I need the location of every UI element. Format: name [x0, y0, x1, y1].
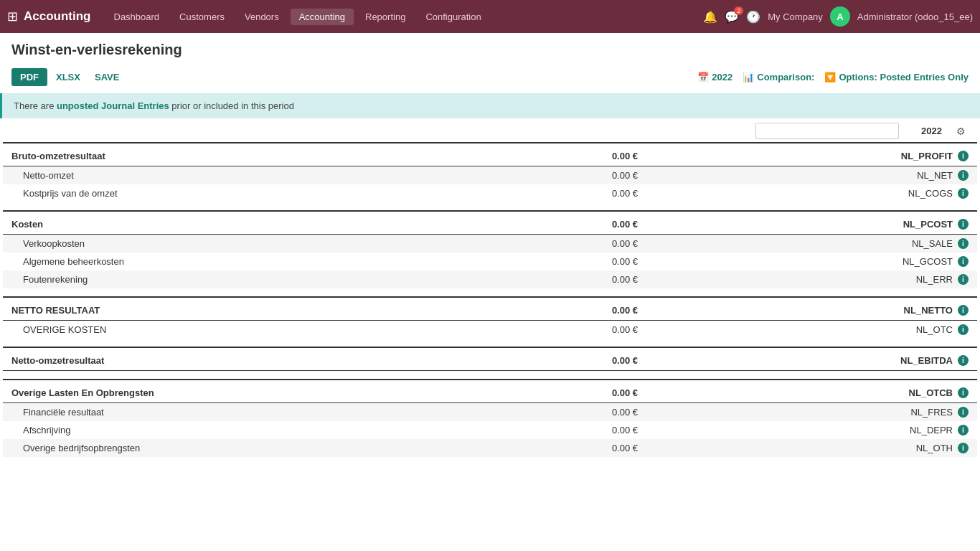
toolbar: PDF XLSX SAVE 📅 2022 📊 Comparison: 🔽 Opt… [0, 65, 980, 93]
row-amount: 0.00 € [560, 297, 646, 321]
alert-text-before: There are [14, 100, 57, 111]
row-label: Afschrijving [3, 421, 560, 439]
top-navigation: ⊞ Accounting Dashboard Customers Vendors… [0, 0, 980, 33]
row-label: Overige bedrijfsopbrengsten [3, 439, 560, 457]
info-icon[interactable]: i [958, 425, 969, 435]
info-icon[interactable]: i [958, 324, 969, 335]
table-row-group-netto-omzetresultaat: Netto-omzetresultaat 0.00 € NL_EBITDA i [3, 347, 977, 371]
menu-dashboard[interactable]: Dashboard [105, 9, 169, 25]
code-text: NL_NET [917, 170, 953, 181]
year-label: 2022 [712, 72, 732, 83]
alert-text-after: prior or included in this period [169, 100, 294, 111]
table-row-netto-omzet: Netto-omzet 0.00 € NL_NET i [3, 166, 977, 185]
page-title: Winst-en-verliesrekening [11, 42, 969, 58]
row-amount: 0.00 € [560, 402, 646, 421]
info-icon[interactable]: i [958, 355, 969, 366]
row-code: NL_EBITDA i [646, 347, 977, 371]
row-code: NL_DEPR i [646, 421, 977, 439]
code-text: NL_OTCB [909, 387, 953, 398]
main-menu: Dashboard Customers Vendors Accounting R… [105, 9, 704, 25]
code-text: NL_DEPR [910, 425, 953, 435]
options-label: Options: Posted Entries Only [839, 72, 969, 83]
code-text: NL_SALE [912, 238, 953, 249]
table-year: 2022 [899, 126, 956, 136]
info-icon[interactable]: i [958, 151, 969, 161]
table-row-group-bruto: Bruto-omzetresultaat 0.00 € NL_PROFIT i [3, 143, 977, 166]
comparison-filter[interactable]: 📊 Comparison: [743, 72, 814, 83]
row-amount: 0.00 € [560, 166, 646, 185]
row-label: Bruto-omzetresultaat [3, 143, 560, 166]
row-amount: 0.00 € [560, 347, 646, 371]
chat-icon[interactable]: 💬 2 [725, 10, 739, 24]
table-header-row: 2022 ⚙ [3, 118, 977, 142]
info-icon[interactable]: i [958, 219, 969, 230]
row-label: Foutenrekening [3, 270, 560, 288]
code-text: NL_OTC [916, 324, 953, 335]
row-code: NL_FRES i [646, 402, 977, 421]
report-area: 2022 ⚙ Bruto-omzetresultaat 0.00 € NL_PR… [0, 118, 980, 547]
clock-icon[interactable]: 🕐 [746, 10, 760, 24]
row-code: NL_OTC i [646, 321, 977, 339]
row-code: NL_OTH i [646, 439, 977, 457]
table-settings-icon[interactable]: ⚙ [956, 126, 966, 137]
menu-configuration[interactable]: Configuration [417, 9, 489, 25]
code-text: NL_NETTO [904, 305, 953, 316]
info-icon[interactable]: i [958, 274, 969, 285]
row-code: NL_OTCB i [646, 380, 977, 403]
menu-vendors[interactable]: Vendors [236, 9, 288, 25]
info-icon[interactable]: i [958, 170, 969, 181]
menu-customers[interactable]: Customers [171, 9, 233, 25]
info-icon[interactable]: i [958, 387, 969, 398]
topnav-right: 🔔 💬 2 🕐 My Company A Administrator (odoo… [703, 6, 973, 27]
table-row-kostprijs: Kostprijs van de omzet 0.00 € NL_COGS i [3, 184, 977, 202]
row-label: NETTO RESULTAAT [3, 297, 560, 321]
table-row-group-kosten: Kosten 0.00 € NL_PCOST i [3, 211, 977, 235]
info-icon[interactable]: i [958, 238, 969, 249]
table-row-spacer [3, 288, 977, 297]
pdf-button[interactable]: PDF [11, 68, 47, 86]
info-icon[interactable]: i [958, 256, 969, 267]
code-text: NL_ERR [916, 274, 953, 285]
options-filter[interactable]: 🔽 Options: Posted Entries Only [824, 72, 969, 83]
save-button[interactable]: SAVE [89, 68, 125, 86]
row-amount: 0.00 € [560, 184, 646, 202]
row-label: Financiële resultaat [3, 402, 560, 421]
table-search-input[interactable] [755, 123, 899, 139]
info-icon[interactable]: i [958, 407, 969, 418]
table-row-foutenrekening: Foutenrekening 0.00 € NL_ERR i [3, 270, 977, 288]
info-icon[interactable]: i [958, 188, 969, 199]
toolbar-filters: 📅 2022 📊 Comparison: 🔽 Options: Posted E… [697, 72, 969, 83]
chart-icon: 📊 [743, 72, 754, 83]
table-row-verkoopkosten: Verkoopkosten 0.00 € NL_SALE i [3, 235, 977, 253]
notification-badge: 2 [734, 6, 743, 15]
menu-reporting[interactable]: Reporting [357, 9, 414, 25]
company-name[interactable]: My Company [768, 11, 823, 22]
row-amount: 0.00 € [560, 253, 646, 270]
bell-icon[interactable]: 🔔 [703, 10, 717, 24]
row-label: Netto-omzet [3, 166, 560, 185]
row-amount: 0.00 € [560, 321, 646, 339]
table-row-spacer [3, 339, 977, 347]
menu-accounting[interactable]: Accounting [291, 9, 354, 25]
app-brand: Accounting [24, 9, 91, 24]
row-label: OVERIGE KOSTEN [3, 321, 560, 339]
avatar: A [830, 6, 850, 27]
code-text: NL_OTH [916, 443, 953, 453]
code-text: NL_GCOST [903, 256, 953, 267]
row-amount: 0.00 € [560, 143, 646, 166]
info-icon[interactable]: i [958, 443, 969, 453]
row-label: Overige Lasten En Opbrengsten [3, 380, 560, 403]
xlsx-button[interactable]: XLSX [50, 68, 86, 86]
code-text: NL_EBITDA [900, 355, 953, 366]
row-amount: 0.00 € [560, 439, 646, 457]
table-row-overige-bedrijfs: Overige bedrijfsopbrengsten 0.00 € NL_OT… [3, 439, 977, 457]
code-text: NL_FRES [910, 407, 953, 418]
row-code: NL_SALE i [646, 235, 977, 253]
info-icon[interactable]: i [958, 305, 969, 316]
year-filter[interactable]: 📅 2022 [697, 72, 732, 83]
row-amount: 0.00 € [560, 421, 646, 439]
row-label: Kosten [3, 211, 560, 235]
grid-icon[interactable]: ⊞ [7, 9, 18, 24]
row-code: NL_PCOST i [646, 211, 977, 235]
row-label: Netto-omzetresultaat [3, 347, 560, 371]
